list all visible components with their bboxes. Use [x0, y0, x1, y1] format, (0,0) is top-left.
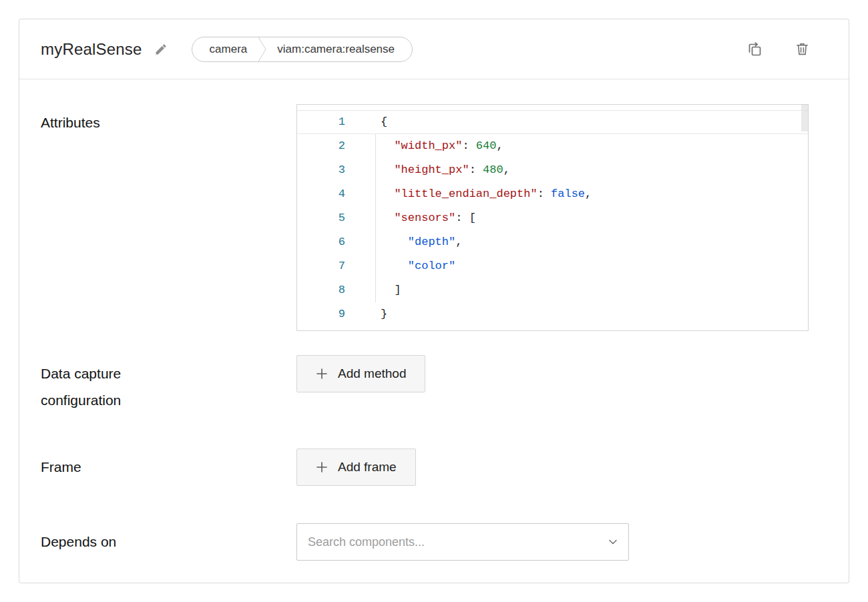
component-category: camera [210, 43, 248, 56]
data-capture-row: Data capture configuration Add method [41, 355, 827, 414]
component-card: myRealSense camera viam:camera:realsense [19, 19, 849, 583]
add-frame-label: Add frame [338, 460, 397, 475]
code-line[interactable]: 5 "sensors": [ [297, 206, 808, 230]
code-line[interactable]: 3 "height_px": 480, [297, 158, 808, 182]
depends-on-row: Depends on [41, 523, 827, 561]
code-line-text: "little_endian_depth": false, [357, 182, 592, 206]
breadcrumb-chevron-icon [258, 37, 266, 62]
frame-row: Frame Add frame [41, 448, 827, 486]
code-line[interactable]: 6 "depth", [297, 230, 808, 254]
line-number: 3 [297, 158, 357, 182]
add-frame-button[interactable]: Add frame [296, 448, 416, 486]
delete-button[interactable] [793, 40, 811, 58]
duplicate-icon [746, 41, 763, 57]
component-type-pill: camera viam:camera:realsense [192, 37, 413, 62]
code-line-text: ] [357, 278, 401, 302]
editor-scrollbar[interactable] [801, 105, 808, 131]
code-lines: 1{2 "width_px": 640,3 "height_px": 480,4… [297, 110, 808, 326]
code-line-text: } [357, 302, 387, 326]
code-line-text: "width_px": 640, [357, 134, 503, 158]
code-line[interactable]: 4 "little_endian_depth": false, [297, 182, 808, 206]
line-number: 5 [297, 206, 357, 230]
line-number: 6 [297, 230, 357, 254]
line-number: 2 [297, 134, 357, 158]
depends-on-label: Depends on [41, 523, 191, 555]
code-line-text: "color" [357, 254, 455, 278]
line-number: 7 [297, 254, 357, 278]
line-number: 9 [297, 302, 357, 326]
add-method-button[interactable]: Add method [296, 355, 425, 392]
plus-icon [316, 368, 328, 380]
code-line[interactable]: 7 "color" [297, 254, 808, 278]
line-number: 4 [297, 182, 357, 206]
chevron-down-icon[interactable] [608, 537, 618, 547]
component-name: myRealSense [41, 40, 142, 59]
line-number: 8 [297, 278, 357, 302]
component-card-body: Attributes 1{2 "width_px": 640,3 "height… [19, 79, 849, 561]
pencil-icon [154, 43, 168, 56]
code-line-text: "depth", [357, 230, 462, 254]
code-line-text: "height_px": 480, [357, 158, 510, 182]
component-card-header: myRealSense camera viam:camera:realsense [19, 19, 849, 79]
code-line-text: { [357, 110, 387, 134]
search-components-input[interactable] [296, 523, 629, 561]
indent-guide [375, 134, 376, 302]
line-number: 1 [297, 110, 357, 134]
code-line[interactable]: 8 ] [297, 278, 808, 302]
code-line[interactable]: 2 "width_px": 640, [297, 134, 808, 158]
plus-icon [316, 461, 328, 473]
attributes-code-editor[interactable]: 1{2 "width_px": 640,3 "height_px": 480,4… [296, 104, 809, 331]
attributes-label: Attributes [41, 104, 191, 136]
code-line[interactable]: 1{ [297, 110, 808, 134]
data-capture-label: Data capture configuration [41, 355, 191, 414]
component-model: viam:camera:realsense [277, 43, 395, 56]
edit-name-button[interactable] [153, 41, 169, 57]
code-line[interactable]: 9} [297, 302, 808, 326]
attributes-row: Attributes 1{2 "width_px": 640,3 "height… [41, 104, 827, 331]
header-actions [745, 40, 811, 59]
duplicate-button[interactable] [745, 40, 764, 59]
frame-label: Frame [41, 448, 191, 481]
add-method-label: Add method [338, 366, 406, 381]
trash-icon [795, 41, 810, 57]
depends-on-select [296, 523, 629, 561]
